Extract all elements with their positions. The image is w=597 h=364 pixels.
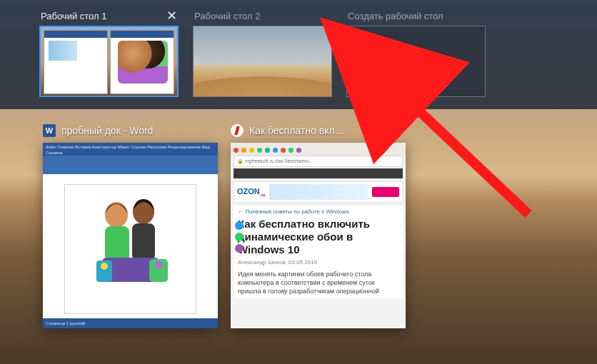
browser-tab-icon (289, 148, 294, 153)
svg-point-0 (105, 202, 128, 228)
ozon-cta-button (372, 187, 399, 197)
desktop-1-slot: Рабочий стол 1 ✕ (39, 6, 179, 97)
browser-tab-icon (281, 148, 286, 153)
breadcrumb-link: Полезные советы по работе с Windows (238, 208, 398, 215)
svg-rect-3 (132, 223, 155, 261)
browser-address-bar: 🔒 myfreesoft.ru Как бесплатно… (234, 156, 403, 167)
word-status-bar: Страница 1 русский (43, 318, 218, 328)
yandex-browser-icon (231, 124, 244, 137)
browser-tab-icon (296, 148, 301, 153)
browser-tab-icon (265, 148, 270, 153)
word-app-icon: W (43, 124, 56, 137)
svg-point-8 (155, 261, 162, 268)
browser-tab-icon (249, 148, 254, 153)
share-icon (235, 233, 244, 241)
browser-side-panel (235, 221, 244, 253)
ozon-logo: OZON.ru (237, 187, 265, 197)
svg-rect-2 (105, 226, 129, 262)
share-icon (235, 244, 244, 253)
mini-browser-window (44, 30, 108, 94)
browser-tab-icon (257, 148, 262, 153)
browser-window-preview: 🔒 myfreesoft.ru Как бесплатно… OZON.ru П… (231, 143, 406, 328)
article-content: Полезные советы по работе с Windows Как … (234, 206, 403, 298)
browser-url-text: myfreesoft.ru Как бесплатно… (245, 158, 314, 163)
kids-image (81, 189, 181, 289)
browser-tab-icon (241, 148, 246, 153)
desktop-2-thumbnail[interactable] (193, 26, 332, 97)
new-desktop-button[interactable]: ＋ (346, 26, 486, 97)
new-desktop-label: Создать рабочий стол (348, 11, 443, 21)
close-desktop-1-button[interactable]: ✕ (166, 9, 177, 22)
word-window-preview: Файл Главная Вставка Конструктор Макет С… (43, 143, 218, 328)
browser-window-tile[interactable]: Как бесплатно вкл… 🔒 myfreesoft.ru Как б… (231, 121, 406, 328)
ozon-banner-graphic (269, 184, 368, 200)
virtual-desktops-bar: Рабочий стол 1 ✕ Рабочий стол 2 Создать … (0, 0, 597, 109)
desktop-1-label: Рабочий стол 1 (41, 11, 106, 21)
new-desktop-slot: Создать рабочий стол ＋ (346, 6, 486, 97)
lock-icon: 🔒 (237, 158, 245, 163)
share-icon (235, 221, 244, 230)
article-paragraph: Идея менять картинки обоев рабочего стол… (238, 270, 398, 295)
ozon-ad-banner: OZON.ru (234, 181, 403, 203)
article-heading: Как бесплатно включить динамические обои… (238, 218, 398, 256)
desktop-2-label: Рабочий стол 2 (194, 11, 260, 21)
word-window-tile[interactable]: W пробный док - Word Файл Главная Вставк… (43, 121, 218, 328)
article-meta: Александр Шихов, 03.05.2019 (238, 259, 398, 266)
word-document-page (64, 184, 196, 314)
open-windows-area: W пробный док - Word Файл Главная Вставк… (0, 121, 597, 364)
word-ribbon-tabs: Файл Главная Вставка Конструктор Макет С… (46, 144, 215, 156)
desktop-1-thumbnail[interactable] (39, 26, 179, 97)
plus-icon: ＋ (406, 51, 427, 72)
browser-bookmark-bar (234, 168, 403, 178)
word-window-title: пробный док - Word (61, 125, 153, 136)
word-ribbon: Файл Главная Вставка Конструктор Макет С… (43, 143, 218, 174)
mini-word-window (110, 30, 174, 94)
desktop-2-slot: Рабочий стол 2 (193, 6, 332, 97)
browser-tab-strip (231, 143, 406, 156)
browser-window-title: Как бесплатно вкл… (249, 125, 345, 136)
browser-tab-icon (273, 148, 278, 153)
browser-tab-icon (234, 148, 239, 153)
svg-point-7 (101, 263, 108, 270)
